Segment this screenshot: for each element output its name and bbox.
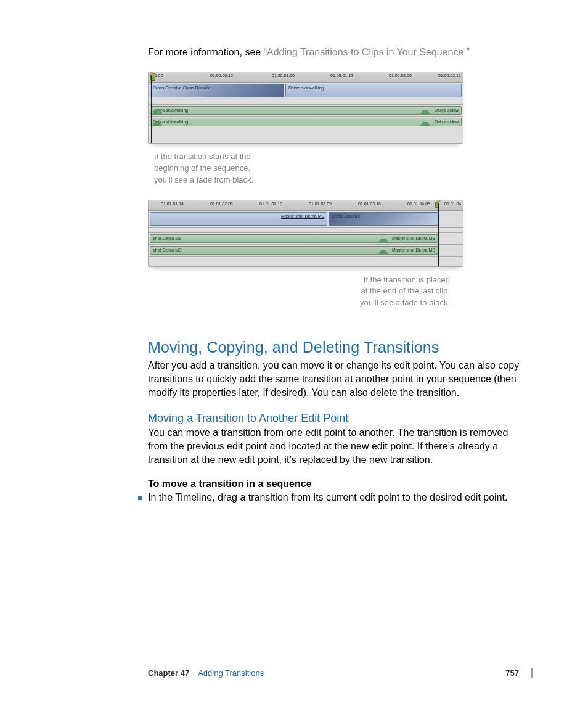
step-heading: To move a transition in a sequence: [148, 478, 520, 490]
timeline2-ruler: 01:01:01:14 01:01:02:03 01:01:02:16 01:0…: [149, 200, 463, 211]
caption-line: If the transition starts at the: [154, 151, 520, 163]
audio-track-2: Debra sidewalking Debra sidew: [149, 117, 463, 128]
caption-line: at the end of the last clip,: [68, 285, 450, 297]
page-footer: Chapter 47 Adding Transitions 757: [148, 668, 533, 678]
clip-label: Debra sidewalking: [288, 86, 324, 90]
clip-marker-icon: [378, 235, 388, 242]
empty-track: [149, 128, 463, 143]
video-track: Master shot Debra MS Cross Dissolve: [149, 211, 463, 228]
clip-label-right: Master shot Debra MS: [392, 248, 435, 252]
footer-title: Adding Transitions: [198, 668, 505, 678]
ruler-tick: 01:01:02:03: [210, 202, 233, 206]
audio-clip[interactable]: Debra sidewalking Debra sidew: [150, 106, 462, 115]
clip-label: shot Debra MS: [153, 248, 182, 252]
audio-clip[interactable]: Debra sidewalking Debra sidew: [150, 118, 462, 126]
audio-clip[interactable]: shot Debra MS Master shot Debra MS: [150, 246, 438, 255]
caption-1: If the transition starts at the beginnin…: [154, 151, 520, 186]
audio-track-2: shot Debra MS Master shot Debra MS: [149, 245, 463, 257]
transition-clip[interactable]: Cross Dissolve: [329, 212, 438, 226]
empty-track: [149, 257, 463, 266]
caption-2: If the transition is placed at the end o…: [68, 274, 520, 310]
ruler-tick: 01:00:01:12: [330, 73, 353, 78]
step-item: In the Timeline, drag a transition from …: [148, 492, 520, 503]
transition-label: Cross Dissolve: [332, 214, 361, 218]
caption-line: If the transition is placed: [68, 274, 450, 286]
video-clip[interactable]: Debra sidewalking: [285, 84, 462, 97]
timeline1-ruler: 1:00 01:00:00:12 01:00:01:00 01:00:01:12…: [149, 72, 463, 83]
clip-label-right: Master shot Debra MS: [392, 236, 435, 240]
track-gap: [149, 99, 463, 105]
lead-paragraph: For more information, see “Adding Transi…: [148, 47, 520, 58]
caption-line: you’ll see a fade from black.: [154, 174, 520, 186]
subsection-paragraph: You can move a transition from one edit …: [148, 426, 520, 467]
timeline-screenshot-2: 01:01:01:14 01:01:02:03 01:01:02:16 01:0…: [148, 200, 463, 267]
ruler-tick: 01:01:04:1: [444, 202, 463, 206]
ruler-tick: 01:00:00:12: [210, 73, 233, 78]
transition-right-label: Cross Dissolve: [183, 86, 212, 90]
transition-clip[interactable]: Cross Dissolve Cross Dissolve: [150, 84, 284, 97]
audio-track-1: Debra sidewalking Debra sidew: [149, 105, 463, 117]
audio-track-1: shot Debra MS Master shot Debra MS: [149, 233, 463, 245]
video-clip[interactable]: Master shot Debra MS: [150, 212, 327, 226]
footer-chapter: Chapter 47: [148, 668, 189, 678]
clip-marker-icon: [152, 107, 162, 114]
clip-marker-icon: [420, 107, 430, 114]
transition-left-label: Cross Dissolve: [153, 86, 182, 90]
ruler-tick: 01:00:02:00: [389, 73, 412, 78]
lead-prefix: For more information, see: [148, 47, 264, 57]
clip-label-right: Debra sidew: [435, 108, 459, 112]
clip-marker-icon: [420, 118, 430, 126]
audio-clip[interactable]: shot Debra MS Master shot Debra MS: [150, 234, 438, 243]
track-gap: [149, 228, 463, 233]
section-paragraph: After you add a transition, you can move…: [148, 359, 520, 400]
ruler-tick: 01:00:02:12: [438, 73, 461, 78]
footer-page-number: 757: [505, 668, 519, 678]
ruler-tick: 01:01:03:18: [358, 202, 381, 206]
clip-marker-icon: [378, 247, 388, 254]
clip-label: shot Debra MS: [153, 236, 182, 240]
ruler-tick: 01:01:02:16: [259, 202, 282, 206]
ruler-tick: 1:00: [155, 73, 163, 78]
lead-link[interactable]: “Adding Transitions to Clips in Your Seq…: [264, 47, 470, 57]
clip-label-right: Master shot Debra MS: [281, 214, 324, 218]
clip-label-right: Debra sidew: [435, 120, 459, 124]
ruler-tick: 01:01:03:05: [309, 202, 332, 206]
ruler-tick: 01:01:01:14: [161, 202, 184, 206]
timeline-screenshot-1: 1:00 01:00:00:12 01:00:01:00 01:00:01:12…: [148, 72, 463, 144]
subsection-heading: Moving a Transition to Another Edit Poin…: [148, 412, 520, 425]
bullet-icon: [138, 496, 142, 500]
ruler-tick: 01:00:01:00: [272, 73, 295, 78]
video-track: Cross Dissolve Cross Dissolve Debra side…: [149, 83, 463, 99]
caption-line: you’ll see a fade to black.: [68, 297, 450, 309]
section-heading: Moving, Copying, and Deleting Transition…: [148, 339, 520, 356]
ruler-tick: 01:01:04:08: [407, 202, 430, 206]
clip-marker-icon: [152, 118, 162, 126]
step-text: In the Timeline, drag a transition from …: [148, 492, 507, 503]
caption-line: beginning of the sequence,: [154, 163, 520, 174]
